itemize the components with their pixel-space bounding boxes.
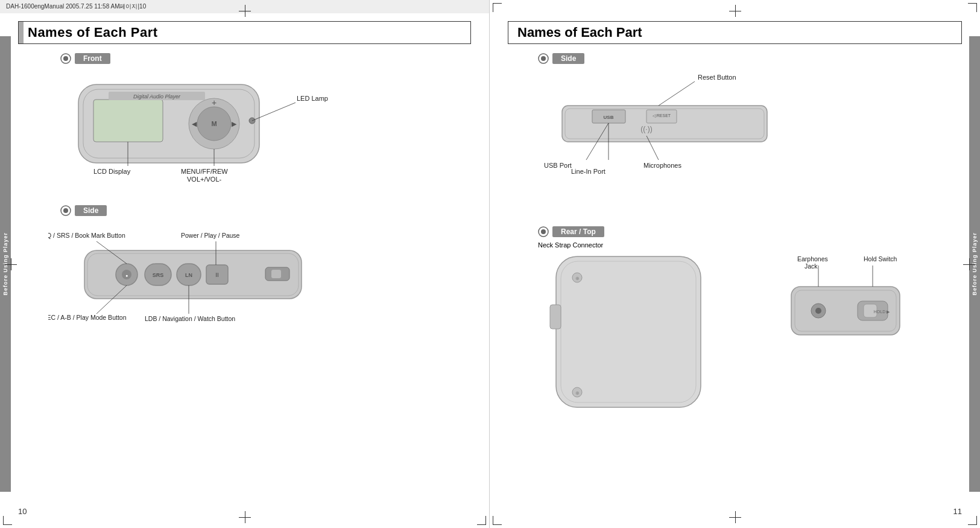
svg-rect-35 — [271, 270, 281, 278]
svg-text:EQ / SRS / Book Mark Button: EQ / SRS / Book Mark Button — [48, 232, 125, 239]
svg-rect-4 — [93, 100, 163, 142]
corner-mark-bl — [3, 516, 12, 525]
svg-text:Reset Button: Reset Button — [698, 74, 736, 81]
svg-text:⊕: ⊕ — [575, 276, 580, 281]
rear-device-area: ⊕ ⊕ — [538, 250, 755, 421]
right-page: Before Using Player Names of Each Part S… — [490, 0, 980, 528]
front-device-area: Digital Audio Player M + ◀ ▶ LED Lamp LC — [60, 66, 350, 189]
front-label-box: Front — [75, 53, 110, 64]
page-number-right: 11 — [953, 507, 962, 516]
front-label-text: Front — [83, 54, 102, 63]
rear-section-icon — [538, 226, 549, 237]
corner-mark-rtl — [493, 3, 502, 12]
side-section-icon-left — [60, 205, 71, 216]
svg-text:Digital  Audio  Player: Digital Audio Player — [133, 94, 181, 100]
svg-text:M: M — [211, 120, 217, 127]
svg-text:USB Port: USB Port — [544, 162, 572, 169]
svg-text:+: + — [212, 98, 217, 107]
top-device-area: HOLD ▶ Earphones Jack Hold Switch — [779, 250, 936, 385]
svg-text:LN: LN — [185, 272, 192, 278]
svg-point-1 — [63, 56, 68, 61]
corner-mark-br — [477, 516, 486, 525]
left-page: DAH-1600engManual 2005.7.25 11:58 AM페이지|… — [0, 0, 490, 528]
svg-text:VOL+/VOL-: VOL+/VOL- — [187, 176, 222, 183]
svg-text:USB: USB — [604, 115, 614, 120]
side-device-svg-right: USB ◁ RESET ((·)) Reset Button USB Port … — [526, 66, 888, 205]
reg-mark-bottom-left — [239, 511, 251, 523]
side-label-text-right: Side — [561, 54, 576, 63]
reg-mark-bottom-right — [729, 511, 741, 523]
side-section-header-right: Side — [538, 53, 584, 64]
svg-text:SRS: SRS — [153, 272, 164, 278]
side-label-box-right: Side — [552, 53, 584, 64]
svg-rect-69 — [550, 305, 561, 329]
svg-text:Earphones: Earphones — [797, 255, 828, 262]
svg-text:((·)): ((·)) — [640, 125, 652, 133]
corner-mark-rbl — [493, 516, 502, 525]
header-text-left: DAH-1600engManual 2005.7.25 11:58 AM페이지|… — [6, 2, 146, 11]
svg-text:Jack: Jack — [805, 262, 818, 270]
svg-text:⊕: ⊕ — [575, 390, 580, 396]
svg-text:▶: ▶ — [232, 120, 237, 127]
svg-point-45 — [541, 56, 546, 61]
svg-text:HOLD ▶: HOLD ▶ — [874, 310, 890, 314]
right-section-title: Names of Each Part — [517, 25, 642, 40]
svg-text:REC / A-B / Play Mode Button: REC / A-B / Play Mode Button — [48, 314, 127, 321]
page-number-left: 10 — [18, 507, 27, 516]
side-section-header-left: Side — [60, 205, 107, 216]
svg-text:LDB / Navigation / Watch Butto: LDB / Navigation / Watch Button — [145, 315, 235, 322]
side-device-area-right: USB ◁ RESET ((·)) Reset Button USB Port … — [526, 66, 888, 207]
page-num-right-text: 11 — [953, 507, 962, 516]
svg-point-73 — [815, 308, 821, 314]
svg-text:◁ RESET: ◁ RESET — [653, 113, 671, 118]
side-device-area-left: ● SRS LN ⏸ EQ / SRS / Book Mark Button — [48, 217, 362, 352]
rear-label-box: Rear / Top — [552, 226, 604, 237]
rear-label-text: Rear / Top — [561, 227, 596, 236]
front-section-icon — [60, 53, 71, 64]
reg-mark-right-right — [963, 258, 975, 270]
page-container: DAH-1600engManual 2005.7.25 11:58 AM페이지|… — [0, 0, 980, 528]
front-section-header: Front — [60, 53, 110, 64]
right-section-title-box: Names of Each Part — [508, 21, 962, 44]
reg-mark-top-right — [729, 5, 741, 17]
corner-mark-rbr — [968, 516, 977, 525]
page-num-left-text: 10 — [18, 507, 27, 516]
rear-device-svg: ⊕ ⊕ — [538, 250, 755, 419]
reg-mark-top-left — [239, 5, 251, 17]
svg-point-62 — [541, 229, 546, 234]
corner-mark-rtr — [968, 3, 977, 12]
reg-mark-left-left — [5, 258, 17, 270]
side-device-svg-left: ● SRS LN ⏸ EQ / SRS / Book Mark Button — [48, 217, 362, 350]
svg-text:◀: ◀ — [192, 120, 197, 127]
left-section-title-box: Names of Each Part — [18, 21, 471, 44]
svg-text:LED Lamp: LED Lamp — [297, 95, 328, 102]
svg-text:Line-In Port: Line-In Port — [571, 168, 605, 175]
svg-text:MENU/FF/REW: MENU/FF/REW — [181, 168, 228, 175]
front-device-svg: Digital Audio Player M + ◀ ▶ LED Lamp LC — [60, 66, 350, 187]
svg-line-53 — [659, 81, 695, 106]
neck-strap-text: Neck Strap Connector — [538, 241, 603, 249]
neck-strap-label: Neck Strap Connector — [538, 240, 603, 249]
svg-text:⏸: ⏸ — [214, 272, 220, 278]
svg-text:●: ● — [125, 273, 128, 278]
top-device-svg: HOLD ▶ Earphones Jack Hold Switch — [779, 250, 936, 383]
svg-text:Hold Switch: Hold Switch — [864, 255, 897, 262]
svg-text:Microphones: Microphones — [643, 162, 681, 169]
svg-point-22 — [63, 208, 68, 213]
side-section-icon-right — [538, 53, 549, 64]
side-label-box-left: Side — [75, 205, 107, 216]
left-section-title: Names of Each Part — [28, 25, 158, 40]
svg-text:LCD Display: LCD Display — [93, 168, 131, 175]
svg-text:Power / Play / Pause: Power / Play / Pause — [181, 232, 240, 239]
rear-section-header: Rear / Top — [538, 226, 604, 237]
side-label-text-left: Side — [83, 206, 98, 215]
